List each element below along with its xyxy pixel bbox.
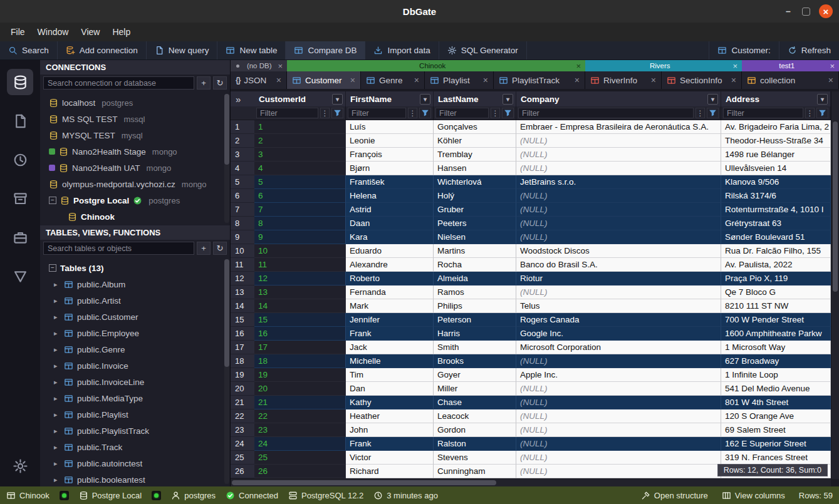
table-row[interactable]: 99KaraNielsen(NULL)Sønder Boulevard 51 <box>231 230 831 244</box>
cell-customerid[interactable]: 12 <box>254 272 346 285</box>
cell-address[interactable]: Rua Dr. Falcão Filho, 155 <box>721 244 831 258</box>
filter-input-customerid[interactable] <box>256 108 318 118</box>
cell-company[interactable]: (NULL) <box>516 148 721 162</box>
close-button[interactable]: × <box>819 4 833 18</box>
close-icon[interactable]: × <box>575 75 580 85</box>
cell-company[interactable]: (NULL) <box>516 230 721 244</box>
toolbar-new-table-button[interactable]: New table <box>217 41 286 59</box>
cell-lastname[interactable]: Chase <box>434 396 516 409</box>
table-public-playlist[interactable]: ▸public.Playlist <box>40 406 230 423</box>
status-view-columns[interactable]: View columns <box>722 491 785 500</box>
tab-group-header-chinook[interactable]: Chinook× <box>287 60 585 71</box>
cell-lastname[interactable]: Leacock <box>434 409 516 423</box>
rail-macros-button[interactable] <box>7 263 33 289</box>
chevron-right-icon[interactable]: ▸ <box>54 394 60 403</box>
close-icon[interactable]: × <box>483 75 488 85</box>
connection-ms-sql-test[interactable]: MS SQL TESTmssql <box>40 111 230 127</box>
chevron-right-icon[interactable]: ▸ <box>54 443 60 451</box>
filter-input-company[interactable] <box>518 108 694 118</box>
cell-address[interactable]: 319 N. Frances Street <box>721 451 831 465</box>
cell-address[interactable]: Av. Brigadeiro Faria Lima, 2 <box>721 120 831 134</box>
cell-firstname[interactable]: Richard <box>346 465 434 478</box>
cell-customerid[interactable]: 8 <box>254 217 346 230</box>
expand-all-button[interactable]: » <box>231 91 254 106</box>
menu-dots-icon[interactable]: ⋮ <box>408 108 417 118</box>
chevron-right-icon[interactable]: ▸ <box>54 297 60 305</box>
tab-sectioninfo[interactable]: SectionInfo× <box>662 71 742 89</box>
rail-history-button[interactable] <box>7 147 33 173</box>
cell-company[interactable]: Google Inc. <box>516 327 721 341</box>
cell-address[interactable]: 627 Broadway <box>721 354 831 368</box>
cell-lastname[interactable]: Almeida <box>434 272 516 285</box>
cell-company[interactable]: (NULL) <box>516 354 721 368</box>
funnel-icon[interactable] <box>502 108 514 118</box>
table-row[interactable]: 1010EduardoMartinsWoodstock DiscosRua Dr… <box>231 244 831 258</box>
tab-group-header-no-db[interactable]: (no DB)× <box>231 60 287 71</box>
tab-group-header-rivers[interactable]: Rivers× <box>585 60 742 71</box>
cell-address[interactable]: 162 E Superior Street <box>721 437 831 451</box>
cell-address[interactable]: Av. Paulista, 2022 <box>721 258 831 272</box>
table-row[interactable]: 1717JackSmithMicrosoft Corporation1 Micr… <box>231 341 831 354</box>
tab-playlisttrack[interactable]: PlaylistTrack× <box>494 71 585 89</box>
cell-customerid[interactable]: 23 <box>254 423 346 437</box>
cell-customerid[interactable]: 16 <box>254 327 346 341</box>
cell-customerid[interactable]: 11 <box>254 258 346 272</box>
status-postgres[interactable]: postgres <box>171 491 216 500</box>
collapse-icon[interactable]: − <box>49 197 56 204</box>
cell-company[interactable]: (NULL) <box>516 285 721 299</box>
vertical-scrollbar[interactable] <box>831 91 839 479</box>
funnel-icon[interactable] <box>707 108 719 118</box>
table-row[interactable]: 1313FernandaRamos(NULL)Qe 7 Bloco G <box>231 285 831 299</box>
cell-lastname[interactable]: Wichterlová <box>434 175 516 189</box>
close-icon[interactable]: × <box>350 75 355 85</box>
cell-firstname[interactable]: Kara <box>346 230 434 244</box>
filter-input-address[interactable] <box>723 108 803 118</box>
connections-search-input[interactable] <box>43 76 194 90</box>
table-public-artist[interactable]: ▸public.Artist <box>40 292 230 309</box>
cell-firstname[interactable]: Luís <box>346 120 434 134</box>
cell-lastname[interactable]: Tremblay <box>434 148 516 162</box>
cell-address[interactable]: 1 Microsoft Way <box>721 341 831 354</box>
cell-customerid[interactable]: 22 <box>254 409 346 423</box>
chevron-right-icon[interactable]: ▸ <box>54 378 60 386</box>
cell-address[interactable]: Klanova 9/506 <box>721 175 831 189</box>
cell-firstname[interactable]: Tim <box>346 368 434 382</box>
close-icon[interactable]: × <box>828 75 833 85</box>
cell-firstname[interactable]: Mark <box>346 299 434 313</box>
connection-olympus-medportal-vychozi-cz[interactable]: olympus-medportal.vychozi.czmongo <box>40 176 230 192</box>
chevron-right-icon[interactable]: ▸ <box>54 313 60 321</box>
toolbar-customer-button[interactable]: Customer: <box>709 41 778 59</box>
cell-lastname[interactable]: Gruber <box>434 203 516 217</box>
status-open-structure[interactable]: Open structure <box>641 491 708 500</box>
cell-company[interactable]: Banco do Brasil S.A. <box>516 258 721 272</box>
table-public-album[interactable]: ▸public.Album <box>40 276 230 292</box>
cell-customerid[interactable]: 26 <box>254 465 346 478</box>
cell-firstname[interactable]: Leonie <box>346 134 434 148</box>
cell-address[interactable]: 801 W 4th Street <box>721 396 831 409</box>
cell-customerid[interactable]: 6 <box>254 189 346 203</box>
table-row[interactable]: 2222HeatherLeacock(NULL)120 S Orange Ave <box>231 409 831 423</box>
close-icon[interactable]: × <box>830 61 835 71</box>
maximize-button[interactable] <box>802 8 810 16</box>
add-icon[interactable]: + <box>197 76 211 90</box>
menu-view[interactable]: View <box>75 25 105 39</box>
table-row[interactable]: 1414MarkPhilipsTelus8210 111 ST NW <box>231 299 831 313</box>
connection-mysql-test[interactable]: MYSQL TESTmysql <box>40 127 230 143</box>
cell-lastname[interactable]: Philips <box>434 299 516 313</box>
menu-dots-icon[interactable]: ⋮ <box>696 108 705 118</box>
table-row[interactable]: 2323JohnGordon(NULL)69 Salem Street <box>231 423 831 437</box>
scrollbar-thumb[interactable] <box>833 121 838 292</box>
cell-firstname[interactable]: Jennifer <box>346 313 434 327</box>
cell-lastname[interactable]: Peterson <box>434 313 516 327</box>
cell-company[interactable]: Apple Inc. <box>516 368 721 382</box>
filter-input-lastname[interactable] <box>435 108 489 118</box>
add-icon[interactable]: + <box>197 242 211 255</box>
cell-company[interactable]: Telus <box>516 299 721 313</box>
table-row[interactable]: 2525VictorStevens(NULL)319 N. Frances St… <box>231 451 831 465</box>
table-row[interactable]: 2020DanMiller(NULL)541 Del Medio Avenue <box>231 382 831 396</box>
cell-company[interactable]: (NULL) <box>516 465 721 478</box>
scrollbar[interactable] <box>224 259 229 484</box>
chevron-right-icon[interactable]: ▸ <box>54 346 60 354</box>
cell-customerid[interactable]: 1 <box>254 120 346 134</box>
status-chinook[interactable]: Chinook <box>6 491 50 500</box>
